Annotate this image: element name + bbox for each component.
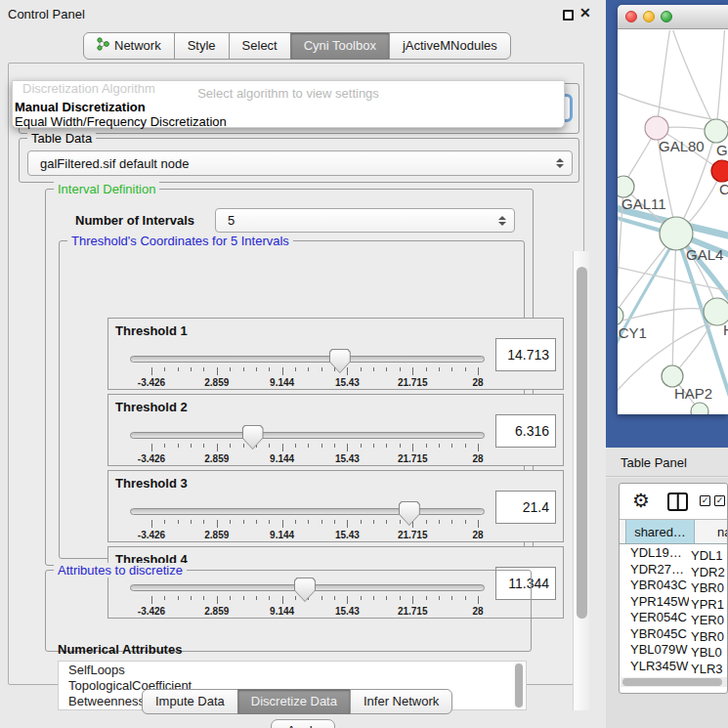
table-row[interactable]: YDR27…YDR2 bbox=[620, 562, 728, 578]
tab-cyni-toolbox[interactable]: Cyni Toolbox bbox=[290, 32, 390, 60]
network-node-gal4[interactable] bbox=[660, 217, 693, 250]
minor-tick bbox=[178, 367, 179, 371]
threshold-value-field[interactable]: 6.316 bbox=[495, 414, 556, 448]
slider-track[interactable] bbox=[130, 356, 485, 363]
minor-tick bbox=[256, 367, 257, 371]
network-node[interactable] bbox=[691, 403, 708, 414]
minor-tick bbox=[373, 367, 374, 371]
table-row[interactable]: YLR345WYLR3 bbox=[620, 659, 728, 675]
table-row[interactable]: YIL052CYIL0 bbox=[620, 674, 728, 676]
minimize-traffic-light-icon[interactable] bbox=[643, 11, 655, 22]
table-row[interactable]: YBL079WYBL0 bbox=[620, 642, 728, 659]
close-traffic-light-icon[interactable] bbox=[625, 11, 637, 22]
algorithm-option[interactable]: Manual Discretization bbox=[15, 100, 146, 114]
network-node-gcy1[interactable] bbox=[618, 306, 623, 325]
tab-impute-data[interactable]: Impute Data bbox=[142, 689, 238, 714]
tick-label: 28 bbox=[472, 377, 483, 388]
column-header-name[interactable]: na bbox=[696, 520, 728, 543]
cyni-toolbox-panel: Table Data galFiltered.sif default node … bbox=[8, 63, 584, 685]
table-row[interactable]: YER054CYER0 bbox=[620, 610, 728, 626]
minor-tick bbox=[230, 367, 231, 371]
minor-tick bbox=[308, 444, 309, 448]
interval-definition-title: Interval Definition bbox=[54, 182, 159, 196]
tab-style[interactable]: Style bbox=[174, 32, 230, 60]
minor-tick bbox=[361, 520, 362, 524]
network-node-gal80[interactable] bbox=[645, 116, 668, 140]
panel-scrollbar-thumb[interactable] bbox=[577, 267, 587, 619]
attributes-scrollbar[interactable] bbox=[513, 663, 525, 709]
table-header-row: shared… na bbox=[620, 519, 728, 544]
table-row[interactable]: YDL19…YDL1 bbox=[620, 545, 728, 562]
tab-label: Style bbox=[188, 38, 216, 53]
cell-name: YBL0 bbox=[689, 645, 722, 660]
network-node-c[interactable] bbox=[711, 160, 728, 182]
minor-tick bbox=[178, 444, 179, 448]
tab-infer-network[interactable]: Infer Network bbox=[350, 689, 452, 714]
cell-shared-name: YER054C bbox=[620, 610, 689, 624]
algorithm-option[interactable]: Equal Width/Frequency Discretization bbox=[15, 114, 227, 129]
table-horizontal-scrollbar-thumb[interactable] bbox=[622, 678, 722, 686]
threshold-value-field[interactable]: 14.713 bbox=[495, 338, 556, 371]
minor-tick bbox=[178, 520, 179, 524]
minor-tick bbox=[203, 367, 204, 371]
number-of-intervals-combobox[interactable]: 5 bbox=[215, 208, 515, 233]
table-row[interactable]: YPR145WYPR1 bbox=[620, 594, 728, 611]
network-view-window[interactable]: GAL80GACGAL11GAL4HGCY1HAP2 bbox=[618, 5, 728, 414]
tab-jactivemnodules[interactable]: jActiveMNodules bbox=[389, 32, 511, 60]
network-node-hap2[interactable] bbox=[662, 365, 683, 387]
tick-label: 21.715 bbox=[398, 453, 428, 464]
slider-thumb-face bbox=[243, 426, 263, 449]
major-tick bbox=[347, 367, 348, 375]
slider-track[interactable] bbox=[130, 508, 485, 515]
checkbox-checked-icon[interactable]: ✓ bbox=[714, 495, 725, 506]
gear-icon[interactable]: ⚙ bbox=[632, 489, 650, 512]
checkbox-checked-icon[interactable]: ✓ bbox=[700, 495, 710, 506]
tick-label: 9.144 bbox=[270, 530, 294, 540]
tab-discretize-data[interactable]: Discretize Data bbox=[237, 689, 351, 714]
minor-tick bbox=[373, 520, 374, 524]
tick-label: 15.43 bbox=[335, 453, 360, 464]
apply-button[interactable]: Apply bbox=[271, 719, 335, 728]
tab-select[interactable]: Select bbox=[229, 32, 291, 60]
table-horizontal-scrollbar[interactable] bbox=[621, 677, 728, 687]
close-icon[interactable]: ✕ bbox=[579, 5, 591, 21]
minor-tick bbox=[164, 444, 165, 448]
attribute-list-item[interactable]: SelfLoops bbox=[59, 662, 526, 677]
table-row[interactable]: YBR043CYBR0 bbox=[620, 578, 728, 594]
major-tick bbox=[282, 520, 283, 528]
table-panel-header: Table Panel bbox=[606, 448, 728, 477]
network-window-titlebar[interactable] bbox=[618, 5, 728, 29]
minor-tick bbox=[451, 367, 452, 371]
number-of-intervals-label: Number of Intervals bbox=[75, 213, 194, 228]
attributes-scrollbar-thumb[interactable] bbox=[515, 664, 523, 707]
column-header-shared[interactable]: shared… bbox=[625, 520, 695, 543]
threshold-label: Threshold 3 bbox=[115, 476, 188, 491]
slider-thumb[interactable] bbox=[242, 425, 264, 450]
network-node-gal11[interactable] bbox=[618, 176, 634, 197]
minor-tick bbox=[191, 367, 192, 371]
minor-tick bbox=[439, 520, 440, 524]
major-tick bbox=[151, 444, 152, 451]
table-row[interactable]: YBR045CYBR0 bbox=[620, 626, 728, 643]
cell-shared-name: YIL052C bbox=[620, 674, 689, 676]
network-node-ga[interactable] bbox=[705, 119, 728, 143]
table-data-combobox[interactable]: galFiltered.sif default node bbox=[27, 150, 573, 176]
slider-track[interactable] bbox=[130, 432, 485, 439]
network-nodes[interactable] bbox=[618, 116, 728, 414]
minor-tick bbox=[256, 520, 257, 524]
float-window-icon[interactable] bbox=[563, 10, 574, 21]
tick-label: 9.144 bbox=[270, 453, 294, 464]
cell-name: YDL1 bbox=[689, 548, 723, 563]
threshold-value-field[interactable]: 21.4 bbox=[495, 491, 556, 524]
table-rows: YDL19…YDL1YDR27…YDR2YBR043CYBR0YPR145WYP… bbox=[620, 545, 728, 676]
zoom-traffic-light-icon[interactable] bbox=[661, 11, 672, 22]
minor-tick bbox=[243, 367, 244, 371]
network-canvas[interactable]: GAL80GACGAL11GAL4HGCY1HAP2 bbox=[618, 30, 728, 414]
panel-scrollbar[interactable] bbox=[573, 251, 589, 710]
major-tick bbox=[412, 444, 413, 451]
minor-tick bbox=[400, 444, 401, 448]
slider-thumb[interactable] bbox=[399, 501, 420, 526]
split-pane-icon[interactable] bbox=[667, 492, 688, 511]
tab-network[interactable]: Network bbox=[83, 32, 175, 60]
interval-definition-group: Interval Definition Number of Intervals … bbox=[45, 189, 534, 566]
